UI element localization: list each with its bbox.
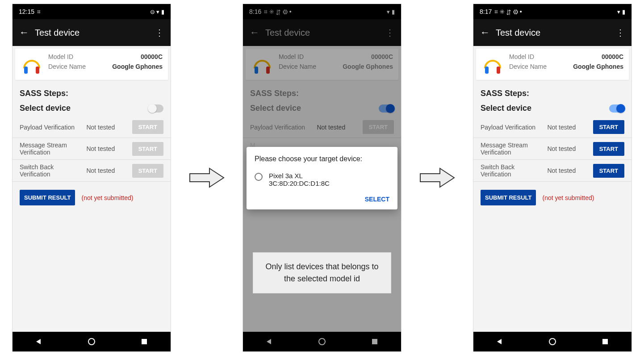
step-payload-verification: Payload Verification Not tested START — [13, 117, 171, 138]
device-name-value: Google Gphones — [112, 63, 163, 70]
start-button: START — [132, 142, 163, 156]
start-button[interactable]: START — [593, 120, 624, 134]
dialog-select-button[interactable]: SELECT — [365, 196, 389, 203]
device-card: Model ID00000C Device NameGoogle Gphones — [15, 49, 168, 80]
step-name: Message Stream Verification — [481, 142, 544, 156]
start-button: START — [132, 120, 163, 134]
nav-back-icon[interactable] — [34, 337, 43, 346]
start-button[interactable]: START — [593, 164, 624, 178]
step-status: Not tested — [86, 167, 128, 174]
select-device-label: Select device — [20, 104, 71, 113]
svg-point-3 — [88, 338, 95, 345]
svg-rect-1 — [36, 67, 39, 74]
sass-steps-title: SASS Steps: — [13, 83, 171, 100]
submit-hint: (not yet submitted) — [542, 194, 594, 201]
nav-recent-icon[interactable] — [140, 337, 149, 346]
back-icon[interactable]: ← — [478, 27, 492, 38]
submit-hint: (not yet submitted) — [81, 194, 133, 201]
dialog-title: Please choose your target device: — [255, 155, 389, 163]
status-time: 8:17 — [480, 8, 492, 15]
status-right-icons: ▾ ▮ — [617, 8, 625, 15]
sass-steps-title: SASS Steps: — [473, 83, 631, 100]
svg-rect-10 — [485, 67, 489, 74]
submit-result-button[interactable]: SUBMIT RESULT — [481, 190, 536, 205]
model-id-label: Model ID — [509, 53, 534, 60]
submit-result-button[interactable]: SUBMIT RESULT — [20, 190, 75, 205]
step-switch-back: Switch Back Verification Not tested STAR… — [13, 160, 171, 182]
step-status: Not tested — [86, 145, 128, 152]
status-bar: 8:17 ⌗ ✳ ⇵ ⚙ • ▾ ▮ — [473, 4, 631, 19]
status-left-icons: ⌗ — [37, 8, 41, 16]
arrow-right-icon — [419, 167, 455, 189]
status-time: 12:15 — [19, 8, 34, 15]
app-bar: ← Test device ⋮ — [473, 19, 631, 46]
step-status: Not tested — [547, 124, 589, 131]
select-device-label: Select device — [481, 104, 531, 113]
step-name: Payload Verification — [481, 124, 544, 131]
svg-rect-11 — [497, 67, 500, 74]
status-left-icons: ⌗ ✳ ⇵ ⚙ • — [494, 8, 522, 16]
content-area: Model ID00000C Device NameGoogle Gphones… — [473, 46, 631, 332]
step-payload-verification: Payload Verification Not tested START — [473, 117, 631, 138]
target-device-dialog: Please choose your target device: Pixel … — [247, 147, 397, 209]
step-name: Message Stream Verification — [20, 142, 83, 156]
device-name-label: Device Name — [509, 63, 547, 70]
radio-icon[interactable] — [255, 173, 263, 181]
step-message-stream: Message Stream Verification Not tested S… — [13, 138, 171, 160]
nav-home-icon[interactable] — [87, 337, 96, 346]
status-right-icons: ⊝ ▾ ▮ — [150, 8, 164, 15]
device-name-label: Device Name — [48, 63, 86, 70]
select-device-toggle[interactable] — [609, 104, 624, 113]
device-card: Model ID00000C Device NameGoogle Gphones — [476, 49, 629, 80]
headphones-icon — [21, 53, 43, 75]
svg-rect-4 — [142, 339, 147, 344]
step-switch-back: Switch Back Verification Not tested STAR… — [473, 160, 631, 182]
step-status: Not tested — [547, 167, 589, 174]
device-option[interactable]: Pixel 3a XL 3C:8D:20:DC:D1:8C — [255, 169, 389, 192]
app-bar: ← Test device ⋮ — [13, 19, 171, 46]
nav-back-icon[interactable] — [495, 337, 504, 346]
step-status: Not tested — [86, 124, 128, 131]
svg-marker-12 — [497, 339, 502, 344]
back-icon[interactable]: ← — [17, 27, 31, 38]
flow-arrow — [189, 4, 225, 352]
step-message-stream: Message Stream Verification Not tested S… — [473, 138, 631, 160]
svg-marker-2 — [36, 339, 41, 344]
headphones-icon — [481, 53, 504, 75]
start-button: START — [132, 164, 163, 178]
overflow-menu-icon[interactable]: ⋮ — [614, 27, 627, 38]
status-bar: 12:15 ⌗ ⊝ ▾ ▮ — [13, 4, 171, 19]
android-nav-bar — [473, 332, 631, 351]
nav-home-icon[interactable] — [548, 337, 557, 346]
overflow-menu-icon[interactable]: ⋮ — [153, 27, 166, 38]
device-option-name: Pixel 3a XL — [269, 172, 330, 180]
svg-point-13 — [549, 338, 556, 345]
svg-rect-0 — [24, 67, 28, 74]
step-name: Switch Back Verification — [20, 163, 83, 178]
phone-1: 12:15 ⌗ ⊝ ▾ ▮ ← Test device ⋮ Model ID00… — [12, 4, 171, 352]
arrow-right-icon — [189, 167, 225, 189]
svg-rect-14 — [602, 339, 608, 344]
model-id-label: Model ID — [48, 53, 73, 60]
select-device-toggle[interactable] — [148, 104, 163, 113]
step-name: Switch Back Verification — [481, 163, 544, 178]
page-title: Test device — [492, 28, 614, 38]
device-option-mac: 3C:8D:20:DC:D1:8C — [269, 180, 330, 187]
start-button[interactable]: START — [593, 142, 624, 156]
flow-arrow — [419, 4, 455, 352]
phone-2: 8:16 ⌗ ✳ ⇵ ⚙ • ▾ ▮ ← Test device ⋮ Model… — [243, 4, 401, 352]
nav-recent-icon[interactable] — [601, 337, 610, 346]
annotation-caption: Only list devices that belongs to the se… — [253, 252, 391, 293]
step-name: Payload Verification — [20, 124, 83, 131]
phone-3: 8:17 ⌗ ✳ ⇵ ⚙ • ▾ ▮ ← Test device ⋮ Model… — [473, 4, 632, 352]
model-id-value: 00000C — [141, 53, 163, 60]
device-name-value: Google Gphones — [573, 63, 623, 70]
page-title: Test device — [31, 28, 153, 38]
step-status: Not tested — [547, 145, 589, 152]
content-area: Model ID00000C Device NameGoogle Gphones… — [13, 46, 171, 332]
model-id-value: 00000C — [602, 53, 623, 60]
android-nav-bar — [13, 332, 171, 351]
